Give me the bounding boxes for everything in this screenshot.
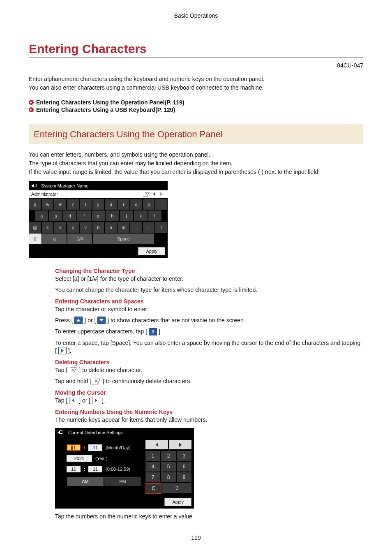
- numeric-after: Tap the numbers on the numeric keys to e…: [55, 513, 363, 520]
- left-arrow-icon: [69, 397, 77, 404]
- right-arrow-icon: [92, 397, 100, 404]
- txt: To enter a space, tap [Space]. You can a…: [55, 340, 360, 354]
- key-a[interactable]: a: [35, 210, 48, 221]
- numkey-3[interactable]: 3: [177, 451, 191, 461]
- minute-field[interactable]: 11: [88, 466, 102, 472]
- key-x[interactable]: x: [54, 222, 66, 233]
- chapter-header: Basic Operations: [29, 12, 363, 19]
- key-shift[interactable]: ⇧: [29, 234, 42, 244]
- backspace-icon: [93, 379, 101, 384]
- key-c[interactable]: c: [67, 222, 79, 233]
- nav-right-button[interactable]: [169, 440, 191, 449]
- hour-field[interactable]: 11: [67, 466, 81, 472]
- kb-row-1: q w e r t y u i o p -: [29, 199, 168, 210]
- key-f[interactable]: f: [77, 210, 90, 221]
- numkey-8[interactable]: 8: [161, 472, 176, 482]
- key-n[interactable]: n: [105, 222, 117, 233]
- month-field[interactable]: 1: [67, 444, 81, 451]
- key-u[interactable]: u: [105, 199, 117, 210]
- key-k[interactable]: k: [134, 210, 147, 221]
- numeric-screenshot: Current Date/Time Settings 1 / 11 (Month…: [55, 428, 194, 509]
- apply-button[interactable]: Apply: [138, 247, 165, 255]
- txt: ] to delete one character.: [79, 367, 142, 373]
- key-r[interactable]: r: [67, 199, 79, 210]
- md-label: (Month/Day): [106, 445, 131, 450]
- numkey-7[interactable]: 7: [145, 472, 160, 482]
- cursor-right-icon[interactable]: [158, 192, 165, 196]
- key-l[interactable]: l: [148, 210, 161, 221]
- key-h[interactable]: h: [106, 210, 119, 221]
- numeric-intro: The numeric keys appear for items that o…: [55, 416, 363, 424]
- keyboard-screenshot: System Manager Name Administrator q w e …: [29, 181, 168, 258]
- shift-icon: [149, 328, 157, 335]
- back-icon[interactable]: [31, 183, 38, 189]
- sec1-line2: The type of characters that you can ente…: [29, 160, 363, 167]
- key-dash[interactable]: -: [155, 199, 167, 210]
- key-slash[interactable]: /: [155, 222, 167, 233]
- key-w[interactable]: w: [42, 199, 54, 210]
- year-field[interactable]: 2021: [67, 455, 92, 462]
- key-period[interactable]: .: [143, 222, 155, 233]
- sep: :: [84, 467, 85, 472]
- up-arrow-icon: [74, 317, 83, 324]
- key-m[interactable]: m: [118, 222, 129, 233]
- key-mode-a[interactable]: a: [42, 234, 67, 244]
- key-z[interactable]: z: [42, 222, 54, 233]
- subhead-numeric: Entering Numbers Using the Numeric Keys: [55, 409, 363, 415]
- numkey-9[interactable]: 9: [177, 472, 191, 482]
- key-b[interactable]: b: [92, 222, 104, 233]
- enter-chars-space: To enter a space, tap [Space]. You can a…: [55, 339, 363, 355]
- txt: ] to continuously delete characters.: [103, 378, 191, 384]
- key-y[interactable]: y: [92, 199, 104, 210]
- down-arrow-icon: [97, 317, 106, 324]
- key-comma[interactable]: ,: [130, 222, 142, 233]
- document-code: 84CU-047: [29, 62, 363, 69]
- am-button[interactable]: AM: [67, 476, 104, 486]
- kb-row-2: a s d f g h j k l: [29, 210, 168, 222]
- numkey-2[interactable]: 2: [161, 451, 176, 461]
- key-o[interactable]: o: [130, 199, 142, 210]
- backspace-icon[interactable]: [143, 192, 150, 196]
- nav-left-button[interactable]: [145, 440, 168, 449]
- txt: Tap [: [55, 367, 69, 373]
- key-e[interactable]: e: [54, 199, 66, 210]
- txt: ].: [102, 397, 105, 404]
- key-i[interactable]: i: [118, 199, 129, 210]
- key-at[interactable]: @: [29, 222, 41, 233]
- key-t[interactable]: t: [80, 199, 92, 210]
- key-space[interactable]: Space: [93, 234, 154, 244]
- key-p[interactable]: p: [143, 199, 155, 210]
- numkey-1[interactable]: 1: [145, 451, 160, 461]
- txt: ].: [68, 347, 71, 354]
- numkey-0[interactable]: 0: [162, 483, 191, 493]
- year-label: (Year): [95, 456, 108, 461]
- kb-text-field[interactable]: Administrator: [31, 192, 143, 197]
- enter-chars-upper: To enter uppercase characters, tap [ ].: [55, 328, 363, 335]
- numkey-5[interactable]: 5: [161, 462, 176, 472]
- day-field[interactable]: 11: [88, 444, 102, 451]
- txt: ] to show characters that are not visibl…: [107, 317, 245, 324]
- month-day-row: 1 / 11 (Month/Day): [67, 444, 141, 451]
- numkey-6[interactable]: 6: [177, 462, 191, 472]
- right-arrow-icon: [58, 347, 67, 354]
- key-v[interactable]: v: [80, 222, 92, 233]
- apply-button[interactable]: Apply: [164, 498, 191, 506]
- time-row: 11 : 11 (0:00-12:59): [67, 466, 141, 472]
- key-mode-symbols[interactable]: 1/#: [67, 234, 92, 244]
- toc-link-op-panel[interactable]: Entering Characters Using the Operation …: [36, 99, 184, 106]
- pm-button[interactable]: PM: [104, 476, 141, 486]
- key-q[interactable]: q: [29, 199, 41, 210]
- toc-link-usb-keyboard[interactable]: Entering Characters Using a USB Keyboard…: [36, 106, 175, 113]
- numkey-4[interactable]: 4: [145, 462, 160, 472]
- key-d[interactable]: d: [63, 210, 76, 221]
- back-icon[interactable]: [58, 430, 64, 435]
- change-type-line1: Select [a] or [1/#] for the type of char…: [55, 275, 363, 283]
- key-g[interactable]: g: [92, 210, 105, 221]
- section-heading-op-panel: Entering Characters Using the Operation …: [29, 125, 363, 144]
- key-j[interactable]: j: [120, 210, 133, 221]
- cursor-left-icon[interactable]: [150, 192, 158, 196]
- numkey-clear[interactable]: C: [145, 483, 161, 494]
- intro-line-1: Enter alphanumeric characters using the …: [29, 75, 363, 83]
- subhead-enter-chars: Entering Characters and Spaces: [55, 298, 363, 305]
- key-s[interactable]: s: [49, 210, 62, 221]
